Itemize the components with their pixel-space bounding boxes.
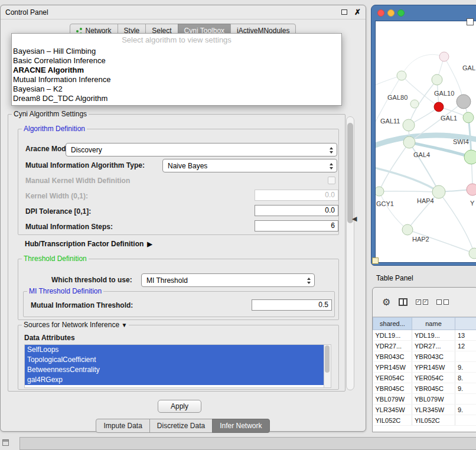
- hub-definition-expander[interactable]: Hub/Transcription Factor Definition▶: [25, 240, 152, 248]
- table-row[interactable]: YER054CYER054C8.: [373, 373, 476, 383]
- table-panel-window: ⚙ shared...nameYDL19...YDL19...13YDR27..…: [372, 287, 476, 432]
- control-panel-titlebar: Control Panel ✗: [1, 5, 366, 19]
- network-node-gal11[interactable]: [403, 119, 415, 131]
- network-node-gcy1[interactable]: [376, 187, 384, 196]
- birdseye-toggle-icon[interactable]: [372, 257, 379, 264]
- table-settings-gear-icon[interactable]: ⚙: [382, 298, 390, 307]
- column-header-2[interactable]: [455, 318, 476, 330]
- aracne-mode-select[interactable]: Discovery: [66, 143, 337, 156]
- node-label-gal11: GAL11: [380, 118, 400, 125]
- table-row[interactable]: YLR345WYLR345W9.: [373, 405, 476, 415]
- table-row[interactable]: YIL052CYIL052C: [373, 415, 476, 426]
- attribute-item-selfloops[interactable]: SelfLoops: [25, 345, 324, 355]
- splitter-collapse-icon[interactable]: ◀: [352, 215, 357, 223]
- minimize-window-icon[interactable]: [387, 9, 395, 17]
- cyni-algorithm-settings-group: Cyni Algorithm Settings Algorithm Defini…: [8, 114, 345, 392]
- attribute-item-betweennesscentrality[interactable]: BetweennessCentrality: [25, 365, 324, 375]
- scrollbar-thumb[interactable]: [325, 345, 330, 373]
- column-visibility-icon[interactable]: [399, 298, 407, 306]
- close-window-icon[interactable]: [377, 9, 384, 17]
- table-cell: YER054C: [412, 373, 455, 383]
- tab-discretize-data[interactable]: Discretize Data: [149, 419, 213, 433]
- zoom-window-icon[interactable]: [397, 9, 405, 17]
- algorithm-option-mutual-information-inference[interactable]: Mutual Information Inference: [12, 75, 341, 84]
- network-node-gal10[interactable]: [434, 102, 444, 112]
- network-node-node-gray[interactable]: [457, 94, 471, 109]
- apply-button[interactable]: Apply: [158, 400, 201, 413]
- network-node-hap4[interactable]: [432, 185, 445, 198]
- sources-legend[interactable]: Sources for Network Inference ▼: [22, 321, 129, 329]
- network-node-gal1[interactable]: [463, 112, 474, 123]
- mi-threshold-label: Mutual Information Threshold:: [31, 301, 133, 309]
- mi-steps-field[interactable]: 6: [255, 220, 338, 231]
- algorithm-option-bayesian-hill-climbing[interactable]: Bayesian – Hill Climbing: [12, 47, 341, 56]
- network-node-node-left[interactable]: [397, 71, 406, 80]
- table-cell: YPR145W: [412, 362, 455, 373]
- tab-infer-network[interactable]: Infer Network: [212, 419, 269, 433]
- mi-threshold-definition-group: MI Threshold Definition Mutual Informati…: [23, 291, 335, 317]
- table-row[interactable]: YPR145WYPR145W9.: [373, 362, 476, 373]
- table-row[interactable]: YDR27...YDR27...12: [373, 341, 476, 351]
- network-node-gal4[interactable]: [403, 136, 415, 148]
- canvas-corner-box[interactable]: [467, 18, 474, 25]
- dpi-tolerance-field[interactable]: 0.0: [255, 205, 338, 216]
- mi-threshold-field[interactable]: 0.5: [252, 299, 332, 311]
- network-node-node-right-pink[interactable]: [467, 184, 476, 195]
- network-node-node-top-pink[interactable]: [439, 52, 449, 61]
- network-node-gal80[interactable]: [410, 100, 419, 108]
- network-node-node-bottom-right[interactable]: [469, 248, 476, 259]
- network-edge: [379, 191, 407, 230]
- aracne-mode-value: Discovery: [71, 146, 102, 154]
- tab-impute-data[interactable]: Impute Data: [96, 419, 149, 433]
- algorithm-option-bayesian-k2[interactable]: Bayesian – K2: [12, 84, 341, 94]
- float-panel-icon[interactable]: [341, 9, 347, 15]
- network-node-node-mid[interactable]: [432, 74, 442, 85]
- table-row[interactable]: YDL19...YDL19...13: [373, 330, 476, 341]
- table-cell: 13: [455, 330, 476, 341]
- select-all-icon[interactable]: [416, 299, 428, 305]
- manual-kernel-width-label: Manual Kernel Width Definition: [25, 177, 130, 185]
- network-graph: GALGAL80GAL10GAL11GAL1SWI4GAL4GCY1HAP4YH…: [376, 21, 476, 263]
- table-row[interactable]: YBR043CYBR043C: [373, 351, 476, 362]
- table-row[interactable]: YBR045CYBR045C9.: [373, 383, 476, 394]
- data-attributes-label: Data Attributes: [24, 334, 75, 342]
- control-panel-window: Control Panel ✗ NetworkStyleSelectCyni T…: [0, 5, 366, 432]
- scrollbar-thumb[interactable]: [347, 123, 353, 223]
- dpi-tolerance-label: DPI Tolerance [0,1]:: [25, 207, 91, 216]
- kernel-width-label: Kernel Width (0,1):: [25, 192, 88, 200]
- deselect-all-icon[interactable]: [436, 299, 449, 305]
- settings-group-legend: Cyni Algorithm Settings: [12, 110, 89, 118]
- kernel-width-field[interactable]: 0.0: [255, 190, 338, 201]
- sources-group: Sources for Network Inference ▼ Data Att…: [18, 325, 339, 390]
- unchecked-box-icon: [444, 299, 449, 305]
- algorithm-option-aracne-algorithm[interactable]: ARACNE Algorithm: [12, 66, 341, 75]
- manual-kernel-width-checkbox[interactable]: [328, 177, 335, 184]
- data-attributes-list[interactable]: SelfLoopsTopologicalCoefficientBetweenne…: [24, 344, 331, 388]
- algorithm-option-basic-correlation-inference[interactable]: Basic Correlation Inference: [12, 56, 341, 66]
- collapsed-window-icon[interactable]: [2, 439, 9, 446]
- table-row[interactable]: YBL079WYBL079W: [373, 394, 476, 405]
- table-cell: YDL19...: [373, 330, 412, 341]
- table-cell: YPR145W: [373, 362, 412, 373]
- settings-scrollbar[interactable]: [346, 116, 354, 390]
- attribute-item-topologicalcoefficient[interactable]: TopologicalCoefficient: [25, 355, 324, 365]
- mi-algorithm-type-select[interactable]: Naive Bayes: [162, 159, 337, 172]
- table-cell: 9.: [455, 362, 476, 373]
- close-panel-icon[interactable]: ✗: [354, 8, 361, 17]
- table-cell: YBL079W: [373, 394, 412, 405]
- attribute-item-gal4rgexp[interactable]: gal4RGexp: [25, 375, 324, 385]
- node-label-swi4: SWI4: [453, 138, 469, 145]
- table-cell: 9.: [455, 383, 476, 394]
- attribute-list-scrollbar[interactable]: [324, 345, 331, 387]
- network-node-swi4[interactable]: [464, 150, 476, 164]
- window-title: Control Panel: [5, 8, 48, 17]
- table-cell: YBR045C: [412, 383, 455, 394]
- chevron-right-icon: ▶: [147, 240, 152, 247]
- network-node-hap2[interactable]: [402, 224, 413, 235]
- column-header-name[interactable]: name: [412, 318, 455, 330]
- column-header-shared[interactable]: shared...: [373, 318, 412, 330]
- algorithm-definition-legend: Algorithm Definition: [22, 125, 87, 133]
- network-canvas[interactable]: GALGAL80GAL10GAL11GAL1SWI4GAL4GCY1HAP4YH…: [375, 21, 476, 263]
- which-threshold-select[interactable]: MI Threshold: [141, 273, 315, 287]
- algorithm-option-dream8-dc-tdc-algorithm[interactable]: Dream8 DC_TDC Algorithm: [12, 94, 341, 103]
